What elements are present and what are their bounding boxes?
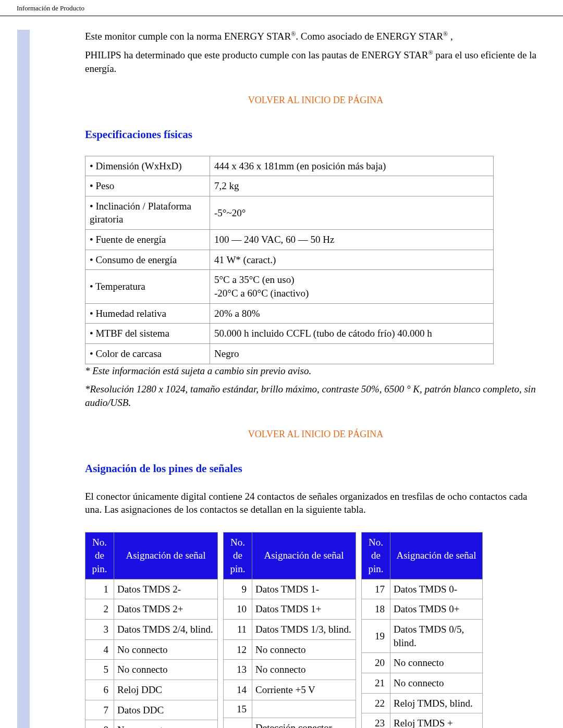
spec-value: 50.000 h incluido CCFL (tubo de cátodo f… [210,324,494,344]
pin-number: 18 [362,599,390,620]
table-row: • Dimensión (WxHxD)444 x 436 x 181mm (en… [85,156,494,176]
registered-icon: ® [443,30,448,38]
pin-table: No. de pin.Asignación de señal1Datos TMD… [85,532,218,728]
pin-intro-paragraph: El conector únicamente digital contiene … [85,490,546,516]
spec-label: • Temperatura [85,270,210,303]
table-row: 10Datos TMDS 1+ [224,599,356,620]
p1-b: . Como asociado de ENERGY STAR [296,31,443,42]
spec-label: • Dimensión (WxHxD) [85,156,210,176]
back-to-top-link[interactable]: VOLVER AL INICIO DE PÁGINA [248,95,384,105]
pin-tables-container: No. de pin.Asignación de señal1Datos TMD… [85,532,546,728]
pin-signal: No connecto [114,720,218,728]
table-row: 22Reloj TMDS, blind. [362,693,483,713]
pin-header-number: No. de pin. [85,532,114,579]
pin-number: 2 [85,599,114,620]
pin-number: 21 [362,673,390,693]
pin-number: 10 [224,599,252,620]
table-row: 23Reloj TMDS + [362,713,483,728]
pin-number: 1 [85,579,114,599]
pin-signal: Datos DDC [114,700,218,720]
registered-icon: ® [428,49,433,56]
spec-value: 100 — 240 VAC, 60 — 50 Hz [210,230,494,250]
pin-signal: Datos TMDS 2- [114,579,218,599]
registered-icon: ® [291,30,296,38]
pin-number: 17 [362,579,390,599]
pin-header-number: No. de pin. [362,532,390,579]
spec-value: -5°~20° [210,196,494,229]
table-row: 21No connecto [362,673,483,693]
table-row: 20No connecto [362,653,483,673]
left-accent-stripe [17,30,30,728]
table-row: 14Corriente +5 V [224,680,356,700]
pin-number: 14 [224,680,252,700]
table-row: 19Datos TMDS 0/5, blind. [362,620,483,653]
table-row: 9Datos TMDS 1- [224,579,356,599]
pin-number: 5 [85,660,114,680]
spec-label: • MTBF del sistema [85,324,210,344]
spec-footnote-1: * Este información está sujeta a cambio … [85,364,546,378]
pin-number: 11 [224,620,252,640]
spec-label: • Consumo de energía [85,250,210,270]
table-row: • Color de carcasaNegro [85,343,494,364]
pin-signal: Reloj DDC [114,680,218,700]
p1-c: , [448,31,453,42]
table-row: 6Reloj DDC [85,680,218,700]
physical-specs-table: • Dimensión (WxHxD)444 x 436 x 181mm (en… [85,156,494,364]
pin-signal: Datos TMDS 0+ [390,599,483,620]
pin-signal: Datos TMDS 1/3, blind. [252,620,356,640]
pin-number: 16 [224,718,252,728]
spec-value: 7,2 kg [210,176,494,196]
pin-signal: Datos TMDS 0- [390,579,483,599]
table-row: 2Datos TMDS 2+ [85,599,218,620]
pin-signal: Datos TMDS 2+ [114,599,218,620]
table-row: • Peso7,2 kg [85,176,494,196]
table-row: 17Datos TMDS 0- [362,579,483,599]
spec-label: • Humedad relativa [85,303,210,324]
spec-value: 444 x 436 x 181mm (en posición más baja) [210,156,494,176]
table-row: • Fuente de energía100 — 240 VAC, 60 — 5… [85,230,494,250]
pin-signal: Corriente +5 V [252,680,356,700]
back-to-top-link[interactable]: VOLVER AL INICIO DE PÁGINA [248,429,384,439]
pin-number: 22 [362,693,390,713]
pin-number: 8 [85,720,114,728]
table-row: 1Datos TMDS 2- [85,579,218,599]
pin-signal: Detección conector cargado [252,718,356,728]
spec-footnote-2: *Resolución 1280 x 1024, tamaño estándar… [85,382,546,409]
page-header-title: Información de Producto [0,0,563,16]
section-title-physical-specs: Especificaciones físicas [85,127,546,142]
pin-table: No. de pin.Asignación de señal9Datos TMD… [223,532,356,728]
table-row: 12No connecto [224,639,356,660]
table-row: • Humedad relativa20% a 80% [85,303,494,324]
pin-signal: Datos TMDS 0/5, blind. [390,620,483,653]
table-row: • Temperatura5°C a 35°C (en uso) -20°C a… [85,270,494,303]
table-row: 8No connecto [85,720,218,728]
pin-table: No. de pin.Asignación de señal17Datos TM… [361,532,483,728]
pin-signal: Reloj TMDS + [390,713,483,728]
table-row: 16Detección conector cargado [224,718,356,728]
pin-signal: No connecto [390,673,483,693]
spec-label: • Fuente de energía [85,230,210,250]
spec-value: Negro [210,343,494,364]
pin-header-signal: Asignación de señal [390,532,483,579]
table-row: 5No connecto [85,660,218,680]
table-row: • MTBF del sistema50.000 h incluido CCFL… [85,324,494,344]
pin-header-signal: Asignación de señal [252,532,356,579]
spec-value: 41 W* (caract.) [210,250,494,270]
pin-header-signal: Asignación de señal [114,532,218,579]
spec-value: 20% a 80% [210,303,494,324]
pin-number: 6 [85,680,114,700]
pin-signal [252,700,356,718]
pin-number: 23 [362,713,390,728]
table-row: 11Datos TMDS 1/3, blind. [224,620,356,640]
table-row: 4No connecto [85,639,218,660]
pin-header-number: No. de pin. [224,532,252,579]
pin-signal: No connecto [252,639,356,660]
pin-signal: No connecto [114,639,218,660]
table-row: 18Datos TMDS 0+ [362,599,483,620]
pin-number: 3 [85,620,114,640]
pin-signal: Datos TMDS 1+ [252,599,356,620]
spec-label: • Color de carcasa [85,343,210,364]
pin-number: 9 [224,579,252,599]
pin-signal: Reloj TMDS, blind. [390,693,483,713]
spec-label: • Peso [85,176,210,196]
